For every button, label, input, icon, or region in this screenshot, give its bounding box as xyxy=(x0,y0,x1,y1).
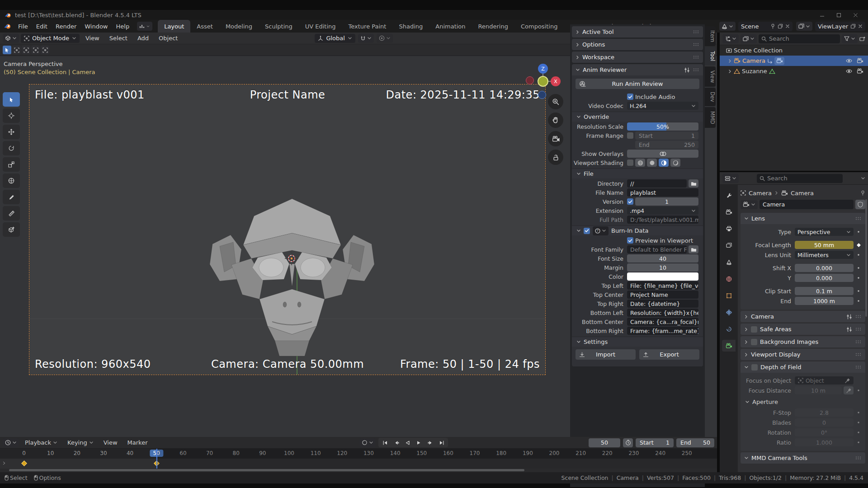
lens-end-field[interactable]: 1000 m xyxy=(795,297,854,305)
panel-header-viewport-display[interactable]: Viewport Display xyxy=(741,349,865,360)
video-codec-dropdown[interactable]: H.264 xyxy=(627,102,698,110)
workspace-tab-layout[interactable]: Layout xyxy=(158,20,190,33)
hide-viewport-icon[interactable] xyxy=(846,58,852,64)
transport-jump-to-end[interactable] xyxy=(436,438,447,447)
minimize-icon[interactable] xyxy=(820,13,825,18)
export-button[interactable]: Export xyxy=(639,349,699,360)
subpanel-settings-header[interactable]: Settings xyxy=(572,337,703,347)
pin-icon[interactable] xyxy=(770,23,775,29)
eyedropper-icon[interactable] xyxy=(844,378,850,384)
burnin-preset-dropdown[interactable]: ? xyxy=(593,226,609,235)
transport-play[interactable] xyxy=(413,438,425,447)
workspace-tab-uv-editing[interactable]: UV Editing xyxy=(299,20,342,33)
lens-clip-start-field[interactable]: 0.1 m xyxy=(795,287,854,295)
properties-scrollbar[interactable] xyxy=(865,199,867,317)
anim-marker[interactable] xyxy=(855,243,862,248)
transport-previous-keyframe[interactable] xyxy=(391,438,402,447)
properties-tab-1[interactable] xyxy=(722,206,736,218)
background-images-checkbox[interactable] xyxy=(751,339,757,345)
sidebar-tab-tool[interactable]: Tool xyxy=(705,47,716,65)
subpanel-file-header[interactable]: File xyxy=(572,169,703,178)
viewport-menu-object[interactable]: Object xyxy=(155,33,182,43)
color-swatch[interactable] xyxy=(627,272,698,281)
properties-editor-type[interactable] xyxy=(722,174,739,183)
timeline-editor-type[interactable] xyxy=(3,438,19,447)
directory-browse-button[interactable] xyxy=(689,179,698,188)
menu-window[interactable]: Window xyxy=(80,22,112,31)
version-field[interactable]: 1 xyxy=(635,197,698,206)
anim-marker[interactable] xyxy=(855,441,862,444)
expand-icon[interactable] xyxy=(728,59,732,63)
proportional-edit-group[interactable] xyxy=(377,34,393,43)
workspace-tab-modeling[interactable]: Modeling xyxy=(219,20,259,33)
lens-y-field[interactable]: 0.000 xyxy=(795,274,854,282)
viewport-shading-checkbox[interactable] xyxy=(627,160,633,166)
aperture-ratio-field[interactable]: 1.000 xyxy=(795,438,854,446)
properties-tab-0[interactable] xyxy=(722,189,736,201)
datablock-name-field[interactable]: Camera xyxy=(760,200,854,209)
timeline-scrollbar[interactable] xyxy=(9,469,524,471)
properties-tab-5[interactable] xyxy=(722,273,736,285)
focus-distance-field[interactable]: 10 m xyxy=(795,386,842,394)
outliner-search-input[interactable]: Search xyxy=(759,34,840,43)
autokey-toggle[interactable] xyxy=(359,438,376,447)
anim-marker[interactable] xyxy=(855,421,862,424)
panel-header-lens[interactable]: Lens xyxy=(741,213,865,224)
burnin-slot-field-4[interactable]: Camera: {ca...ra_focal}mm xyxy=(627,318,698,326)
panel-options-icon[interactable] xyxy=(846,327,852,332)
viewport-menu-select[interactable]: Select xyxy=(105,33,132,43)
lens-focal-length-field[interactable]: 50 mm xyxy=(795,241,854,249)
shading-override-sphere-rendered[interactable] xyxy=(670,159,680,167)
copy-icon[interactable] xyxy=(850,23,856,29)
properties-tab-6[interactable] xyxy=(722,290,736,301)
anim-marker[interactable] xyxy=(855,411,862,414)
properties-tab-4[interactable] xyxy=(722,256,736,268)
scene-selector[interactable] xyxy=(719,22,736,31)
select-mode-button-1[interactable] xyxy=(12,46,21,54)
workspace-tab-asset[interactable]: Asset xyxy=(190,20,219,33)
burnin-slot-field-0[interactable]: File: {file_name} {file_versi... xyxy=(627,282,698,290)
workspace-tab-animation[interactable]: Animation xyxy=(429,20,472,33)
playhead[interactable] xyxy=(156,449,157,469)
suzanne-monkey[interactable] xyxy=(204,190,380,358)
show-overlays-button[interactable] xyxy=(627,150,698,158)
transport-jump-to-start[interactable] xyxy=(379,438,391,447)
expand-icon[interactable] xyxy=(728,69,732,74)
shading-override-sphere-material[interactable] xyxy=(659,159,669,167)
anim-marker[interactable] xyxy=(855,431,862,434)
workspace-tab-rendering[interactable]: Rendering xyxy=(472,20,514,33)
burnin-slot-field-2[interactable]: Date: {datetime} xyxy=(627,300,698,308)
current-frame-field[interactable]: 50 xyxy=(589,438,620,447)
scene-name[interactable]: Scene xyxy=(738,22,793,31)
properties-search-input[interactable]: Search xyxy=(757,174,843,183)
properties-options-icon[interactable] xyxy=(861,176,865,180)
burnin-slot-field-3[interactable]: Resolution: {width}x{height} xyxy=(627,309,698,317)
timeline-menu-view[interactable]: View xyxy=(99,438,122,447)
fake-user-button[interactable] xyxy=(855,200,865,209)
datablock-type-dropdown[interactable] xyxy=(741,200,758,209)
lens-type-dropdown[interactable]: Perspective xyxy=(795,228,854,236)
file-name-field[interactable]: playblast xyxy=(627,188,698,197)
select-mode-button-3[interactable] xyxy=(31,46,40,54)
panel-header-safe-areas[interactable]: Safe Areas xyxy=(741,324,865,335)
directory-field[interactable]: // xyxy=(627,179,687,188)
start-frame-input[interactable]: Start1 xyxy=(636,438,674,447)
properties-tab-8[interactable] xyxy=(722,323,736,335)
timeline-menu-marker[interactable]: Marker xyxy=(123,438,152,447)
panel-header-camera[interactable]: Camera xyxy=(741,311,865,322)
close-x-icon[interactable] xyxy=(785,24,790,28)
panel-header-mmd-camera-tools[interactable]: MMD Camera Tools xyxy=(741,452,865,464)
anim-marker[interactable] xyxy=(855,253,862,257)
timeline-menu-keying[interactable]: Keying xyxy=(63,438,98,447)
safe-areas-checkbox[interactable] xyxy=(751,326,757,333)
menu-file[interactable]: File xyxy=(14,22,32,31)
burnin-slot-field-1[interactable]: Project Name xyxy=(627,291,698,299)
timeline-menu-playback[interactable]: Playback xyxy=(21,438,61,447)
preview-viewport-checkbox[interactable] xyxy=(627,237,633,244)
lens-shift-x-field[interactable]: 0.000 xyxy=(795,264,854,272)
shading-override-sphere-wire[interactable] xyxy=(635,159,645,167)
properties-tab-7[interactable] xyxy=(722,306,736,318)
maximize-icon[interactable] xyxy=(836,13,841,18)
focus-object-field[interactable]: Object xyxy=(795,376,854,385)
view-layer-selector[interactable] xyxy=(796,22,812,31)
